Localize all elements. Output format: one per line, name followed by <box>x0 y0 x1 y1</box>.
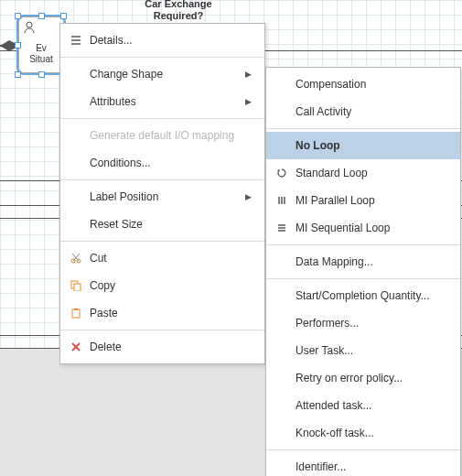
menu-item-generate-io: Generate default I/O mapping <box>60 122 264 149</box>
menu-item-paste[interactable]: Paste <box>60 299 264 327</box>
submenu-attributes: Compensation Call Activity No Loop Stand… <box>265 67 461 476</box>
menu-label: Start/Completion Quantity... <box>290 289 447 302</box>
paste-icon <box>68 308 84 319</box>
menu-label: User Task... <box>290 344 447 357</box>
loop-icon <box>274 168 290 178</box>
menu-label: Call Activity <box>290 105 447 118</box>
svg-rect-11 <box>74 284 81 291</box>
submenu-item-mi-sequential[interactable]: MI Sequential Loop <box>266 214 460 242</box>
menu-label: Compensation <box>290 78 447 91</box>
menu-item-details[interactable]: Details... <box>60 27 264 54</box>
menu-label: MI Parallel Loop <box>290 194 447 207</box>
menu-label: Data Mapping... <box>290 255 447 268</box>
menu-label: Cut <box>84 252 252 265</box>
submenu-item-retry[interactable]: Retry on error policy... <box>266 364 460 392</box>
menu-label: Generate default I/O mapping <box>84 129 252 142</box>
diagram-canvas[interactable]: Car Exchange Required? Ev Situat Ex Deta… <box>0 0 462 476</box>
sequential-icon <box>274 222 290 233</box>
chevron-right-icon: ▶ <box>242 192 252 201</box>
menu-label: Knock-off task... <box>290 427 447 439</box>
submenu-item-call-activity[interactable]: Call Activity <box>266 98 460 125</box>
parallel-icon <box>274 195 290 206</box>
submenu-item-standard-loop[interactable]: Standard Loop <box>266 159 460 187</box>
copy-icon <box>68 280 84 291</box>
submenu-item-data-mapping[interactable]: Data Mapping... <box>266 248 460 276</box>
svg-rect-12 <box>72 309 80 318</box>
chevron-right-icon: ▶ <box>242 70 252 79</box>
menu-item-cut[interactable]: Cut <box>60 244 264 272</box>
menu-item-attributes[interactable]: Attributes ▶ <box>60 88 264 115</box>
user-icon <box>23 21 36 34</box>
menu-label: Paste <box>84 307 252 319</box>
menu-label: No Loop <box>290 139 447 152</box>
svg-line-8 <box>73 254 80 261</box>
menu-label: Reset Size <box>84 218 252 231</box>
submenu-item-attended[interactable]: Attended task... <box>266 392 460 419</box>
task-node[interactable]: Ev Situat <box>18 16 64 73</box>
menu-label: Conditions... <box>84 157 252 169</box>
menu-label: Copy <box>84 279 252 292</box>
menu-label: Label Position <box>84 190 242 203</box>
menu-label: Identifier... <box>290 460 447 473</box>
submenu-item-compensation[interactable]: Compensation <box>266 70 460 98</box>
menu-label: Delete <box>84 341 252 353</box>
delete-icon <box>68 341 84 352</box>
chevron-right-icon: ▶ <box>242 97 252 106</box>
task-label-2: Situat <box>29 54 53 64</box>
submenu-item-identifier[interactable]: Identifier... <box>266 453 460 476</box>
menu-item-change-shape[interactable]: Change Shape ▶ <box>60 60 264 88</box>
submenu-item-performers[interactable]: Performers... <box>266 309 460 337</box>
context-menu: Details... Change Shape ▶ Attributes ▶ G… <box>59 23 265 364</box>
menu-label: MI Sequential Loop <box>290 222 447 234</box>
details-icon <box>68 35 84 46</box>
submenu-item-mi-parallel[interactable]: MI Parallel Loop <box>266 187 460 214</box>
menu-item-delete[interactable]: Delete <box>60 333 264 361</box>
svg-point-2 <box>27 22 32 27</box>
menu-label: Details... <box>84 34 252 47</box>
submenu-item-knockoff[interactable]: Knock-off task... <box>266 419 460 447</box>
submenu-item-no-loop[interactable]: No Loop <box>266 132 460 159</box>
menu-item-reset-size[interactable]: Reset Size <box>60 211 264 238</box>
menu-item-label-position[interactable]: Label Position ▶ <box>60 183 264 211</box>
decision-label: Car Exchange Required? <box>128 0 229 22</box>
menu-label: Standard Loop <box>290 167 447 179</box>
svg-marker-1 <box>0 40 9 51</box>
menu-label: Attributes <box>84 95 242 108</box>
menu-label: Performers... <box>290 317 447 330</box>
svg-line-9 <box>72 254 79 261</box>
menu-item-copy[interactable]: Copy <box>60 272 264 299</box>
cut-icon <box>68 253 84 264</box>
task-label-1: Ev <box>36 43 47 53</box>
submenu-item-start-completion[interactable]: Start/Completion Quantity... <box>266 282 460 309</box>
svg-rect-13 <box>74 308 78 310</box>
submenu-item-user-task[interactable]: User Task... <box>266 337 460 364</box>
menu-label: Retry on error policy... <box>290 372 447 384</box>
menu-label: Change Shape <box>84 68 242 81</box>
menu-item-conditions[interactable]: Conditions... <box>60 149 264 177</box>
menu-label: Attended task... <box>290 399 447 412</box>
